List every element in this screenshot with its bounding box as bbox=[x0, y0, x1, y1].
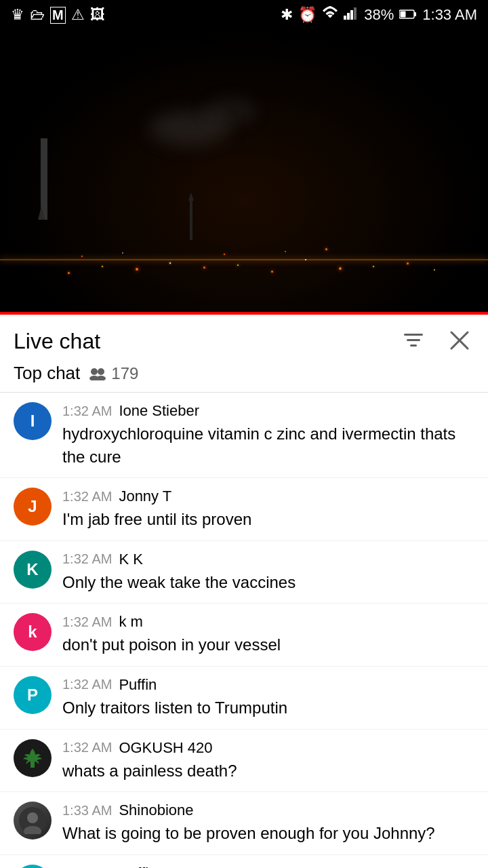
svg-rect-8 bbox=[407, 339, 420, 341]
m-logo-icon: M bbox=[50, 7, 66, 24]
list-item: J 1:32 AM Jonny T I'm jab free until its… bbox=[0, 478, 488, 541]
message-content: 1:33 AM Puffin You'll never know OG bbox=[62, 865, 474, 868]
time-display: 1:33 AM bbox=[422, 6, 477, 24]
svg-rect-6 bbox=[401, 12, 406, 18]
viewer-count-number: 179 bbox=[111, 364, 138, 383]
svg-rect-9 bbox=[410, 344, 417, 347]
video-player[interactable] bbox=[0, 30, 488, 315]
avatar bbox=[14, 739, 52, 777]
message-meta: 1:32 AM OGKUSH 420 bbox=[62, 739, 474, 757]
warning-icon: ⚠ bbox=[71, 6, 85, 24]
message-time: 1:32 AM bbox=[62, 614, 112, 630]
list-item: k 1:32 AM k m don't put poison in your v… bbox=[0, 604, 488, 667]
status-right-icons: ✱ ⏰ 38% 1:33 AM bbox=[281, 6, 477, 24]
list-item: I 1:32 AM Ione Stieber hydroxychloroquin… bbox=[0, 393, 488, 478]
battery-icon bbox=[399, 6, 417, 24]
message-time: 1:32 AM bbox=[62, 403, 112, 419]
message-time: 1:32 AM bbox=[62, 740, 112, 755]
message-meta: 1:32 AM Ione Stieber bbox=[62, 402, 474, 420]
list-item: K 1:32 AM K K Only the weak take the vac… bbox=[0, 541, 488, 604]
message-time: 1:33 AM bbox=[62, 865, 112, 868]
chat-mode-label: Top chat bbox=[14, 363, 80, 384]
svg-rect-7 bbox=[404, 334, 423, 336]
image-icon: 🖼 bbox=[90, 6, 105, 24]
message-author: K K bbox=[119, 551, 142, 568]
battery-percent: 38% bbox=[364, 6, 394, 24]
message-content: 1:32 AM k m don't put poison in your ves… bbox=[62, 613, 474, 656]
viewers-icon bbox=[88, 367, 107, 380]
chat-subheader: Top chat 179 bbox=[14, 363, 474, 392]
message-content: 1:32 AM K K Only the weak take the vacci… bbox=[62, 551, 474, 594]
close-icon bbox=[447, 328, 472, 353]
chat-title: Live chat bbox=[14, 329, 100, 354]
alarm-icon: ⏰ bbox=[298, 6, 317, 24]
message-content: 1:32 AM Jonny T I'm jab free until its p… bbox=[62, 488, 474, 531]
message-text: I'm jab free until its proven bbox=[62, 508, 474, 531]
close-button[interactable] bbox=[445, 326, 474, 357]
message-content: 1:32 AM Ione Stieber hydroxychloroquine … bbox=[62, 402, 474, 468]
message-time: 1:32 AM bbox=[62, 677, 112, 692]
viewer-count: 179 bbox=[88, 364, 138, 383]
message-text: hydroxychloroquine vitamin c zinc and iv… bbox=[62, 422, 474, 468]
message-text: Only traitors listen to Trumputin bbox=[62, 696, 474, 719]
message-author: Ione Stieber bbox=[119, 402, 199, 420]
message-meta: 1:32 AM k m bbox=[62, 613, 474, 631]
chat-header: Live chat Top chat bbox=[0, 315, 488, 393]
message-text: don't put poison in your vessel bbox=[62, 633, 474, 656]
message-author: OGKUSH 420 bbox=[119, 739, 212, 757]
message-text: What is going to be proven enough for yo… bbox=[62, 822, 474, 845]
list-item: P 1:33 AM Puffin You'll never know OG bbox=[0, 855, 488, 868]
status-left-icons: ♛ 🗁 M ⚠ 🖼 bbox=[11, 6, 105, 24]
svg-rect-5 bbox=[414, 12, 416, 16]
message-content: 1:32 AM Puffin Only traitors listen to T… bbox=[62, 676, 474, 719]
message-meta: 1:33 AM Puffin bbox=[62, 865, 474, 868]
svg-rect-3 bbox=[354, 7, 357, 20]
message-author: Shinobione bbox=[119, 802, 193, 819]
message-time: 1:32 AM bbox=[62, 489, 112, 505]
avatar: J bbox=[14, 488, 52, 526]
message-time: 1:33 AM bbox=[62, 803, 112, 818]
message-content: 1:33 AM Shinobione What is going to be p… bbox=[62, 802, 474, 845]
svg-rect-2 bbox=[350, 10, 353, 20]
chat-header-actions bbox=[399, 326, 474, 357]
bluetooth-icon: ✱ bbox=[281, 6, 293, 24]
message-text: Only the weak take the vaccines bbox=[62, 571, 474, 594]
message-author: k m bbox=[119, 613, 142, 631]
message-text: whats a painless death? bbox=[62, 760, 474, 783]
avatar: I bbox=[14, 402, 52, 440]
filter-icon bbox=[401, 328, 426, 353]
filter-button[interactable] bbox=[399, 326, 428, 357]
list-item: 1:32 AM OGKUSH 420 whats a painless deat… bbox=[0, 730, 488, 793]
message-meta: 1:32 AM Jonny T bbox=[62, 488, 474, 505]
message-author: Jonny T bbox=[119, 488, 171, 505]
avatar: k bbox=[14, 613, 52, 651]
avatar bbox=[14, 802, 52, 840]
message-meta: 1:32 AM K K bbox=[62, 551, 474, 568]
message-meta: 1:33 AM Shinobione bbox=[62, 802, 474, 819]
svg-point-12 bbox=[91, 368, 98, 375]
chat-messages-list: I 1:32 AM Ione Stieber hydroxychloroquin… bbox=[0, 393, 488, 868]
folder-icon: 🗁 bbox=[30, 6, 45, 24]
wifi-icon bbox=[322, 6, 338, 24]
crown-icon: ♛ bbox=[11, 6, 24, 24]
avatar: P bbox=[14, 676, 52, 714]
avatar: P bbox=[14, 865, 52, 868]
message-author: Puffin bbox=[119, 865, 157, 868]
signal-icon bbox=[344, 6, 359, 24]
svg-point-15 bbox=[96, 376, 106, 380]
message-meta: 1:32 AM Puffin bbox=[62, 676, 474, 694]
avatar: K bbox=[14, 551, 52, 589]
svg-point-17 bbox=[27, 812, 38, 823]
svg-point-13 bbox=[98, 368, 104, 375]
status-bar: ♛ 🗁 M ⚠ 🖼 ✱ ⏰ 38% bbox=[0, 0, 488, 30]
list-item: P 1:32 AM Puffin Only traitors listen to… bbox=[0, 667, 488, 730]
message-author: Puffin bbox=[119, 676, 157, 694]
message-content: 1:32 AM OGKUSH 420 whats a painless deat… bbox=[62, 739, 474, 783]
list-item: 1:33 AM Shinobione What is going to be p… bbox=[0, 792, 488, 855]
svg-rect-0 bbox=[344, 16, 346, 20]
message-time: 1:32 AM bbox=[62, 551, 112, 567]
svg-rect-1 bbox=[347, 13, 350, 20]
video-progress-line bbox=[0, 312, 488, 315]
